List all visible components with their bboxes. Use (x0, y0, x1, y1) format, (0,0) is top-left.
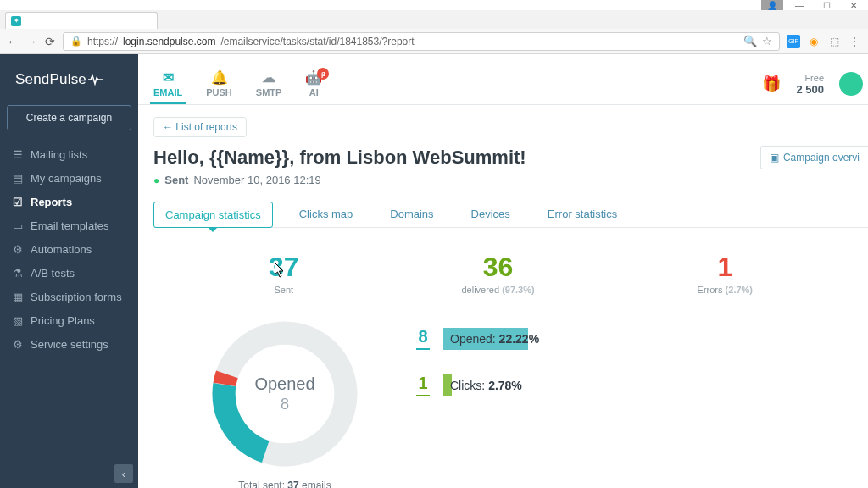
bar-opened: 8 Opened: 22.22% (416, 327, 826, 350)
topnav-label: AI (309, 87, 319, 97)
url-scheme: https:// (87, 36, 118, 47)
sidebar-item-automations[interactable]: ⚙Automations (0, 237, 138, 261)
balance-value: 2 500 (796, 83, 824, 96)
pricing-icon: ▧ (12, 314, 24, 327)
sidebar-item-label: A/B tests (31, 267, 75, 280)
gift-icon[interactable]: 🎁 (762, 75, 781, 93)
bar-count: 8 (416, 327, 430, 350)
summary-stats: 37 Sent 36 delivered (97.3%) 1 Errors (2… (153, 228, 868, 305)
back-button[interactable]: ← (7, 36, 19, 47)
window-maximize[interactable]: ☐ (815, 0, 837, 10)
lock-icon: 🔒 (70, 36, 82, 47)
sent-time: November 10, 2016 12:19 (193, 174, 320, 186)
overview-link-text: Campaign overvi (783, 152, 860, 164)
stat-pct: (2.7%) (726, 285, 753, 295)
window-close[interactable]: ✕ (843, 0, 865, 10)
favicon-icon: ✦ (11, 16, 21, 26)
sidebar-item-label: Automations (31, 243, 92, 256)
balance-label: Free (796, 73, 824, 83)
email-icon: ✉ (163, 69, 174, 85)
stat-pct: (97.3%) (502, 285, 535, 295)
sent-status: ● Sent November 10, 2016 12:19 (153, 174, 868, 186)
tab-clicks-map[interactable]: Clicks map (288, 202, 364, 228)
sidebar-item-label: Subscription forms (31, 291, 122, 303)
sidebar-item-my-campaigns[interactable]: ▤My campaigns (0, 166, 138, 190)
avatar[interactable] (839, 72, 863, 96)
bar-count: 1 (416, 374, 430, 396)
windows-user-icon[interactable]: 👤 (761, 0, 783, 10)
sidebar-item-reports[interactable]: ☑Reports (0, 190, 138, 214)
chrome-menu-icon[interactable]: ⋮ (848, 35, 861, 48)
extension-icons: GIF ◉ ⬚ ⋮ (787, 35, 861, 48)
sidebar-item-subscription-forms[interactable]: ▦Subscription forms (0, 285, 138, 308)
settings-icon: ⚙ (12, 338, 24, 351)
donut-center-value: 8 (254, 396, 314, 413)
bar-clicks: 1 Clicks: 2.78% (416, 374, 826, 396)
stat-label: Sent (269, 285, 299, 295)
tab-campaign-statistics[interactable]: Campaign statistics (153, 202, 273, 228)
stat-delivered: 36 delivered (97.3%) (461, 252, 534, 295)
report-icon: ☑ (12, 196, 24, 208)
bookmark-star-icon[interactable]: ☆ (762, 35, 772, 47)
stat-value: 1 (698, 252, 753, 283)
extension-icon[interactable]: ⬚ (827, 35, 841, 48)
tab-ai[interactable]: 🤖 β AI (305, 69, 322, 104)
window-minimize[interactable]: — (788, 0, 810, 10)
donut-center-label: Opened (254, 374, 314, 394)
report-tabs: Campaign statistics Clicks map Domains D… (153, 202, 868, 228)
preview-icon: ▣ (770, 152, 779, 164)
create-campaign-button[interactable]: Create a campaign (7, 105, 131, 130)
topnav-label: EMAIL (153, 87, 182, 97)
stat-sent: 37 Sent (269, 252, 299, 295)
donut-chart: Opened 8 Total sent: 37 emails (204, 313, 365, 488)
main-content: ✉ EMAIL 🔔 PUSH ☁ SMTP 🤖 β AI 🎁 Free 2 50 (138, 54, 868, 488)
sidebar-collapse-button[interactable]: ‹ (114, 464, 133, 483)
balance[interactable]: Free 2 500 (796, 73, 824, 96)
sidebar-item-label: My campaigns (31, 172, 102, 185)
forward-button[interactable]: → (25, 36, 37, 47)
bar-pct: 2.78% (488, 379, 522, 392)
reload-button[interactable]: ⟳ (44, 36, 56, 47)
extension-icon[interactable]: GIF (787, 35, 800, 48)
form-icon: ▦ (12, 291, 24, 303)
sidebar-item-service-settings[interactable]: ⚙Service settings (0, 332, 138, 356)
sidebar-item-mailing-lists[interactable]: ☰Mailing lists (0, 142, 138, 166)
bar-pct: 22.22% (499, 332, 539, 346)
search-in-page-icon[interactable]: 🔍 (743, 35, 757, 47)
url-host: login.sendpulse.com (123, 36, 215, 47)
stat-value: 36 (461, 252, 534, 283)
sidebar-item-label: Email templates (31, 219, 108, 232)
stat-value: 37 (269, 252, 299, 283)
extension-icon[interactable]: ◉ (807, 35, 821, 48)
stat-label: delivered (461, 285, 499, 295)
tab-smtp[interactable]: ☁ SMTP (256, 69, 282, 104)
sidebar-item-label: Service settings (31, 338, 108, 351)
tab-domains[interactable]: Domains (379, 202, 444, 228)
sidebar-item-label: Pricing Plans (31, 314, 95, 327)
address-bar[interactable]: 🔒 https://login.sendpulse.com/emailservi… (63, 32, 780, 51)
check-icon: ● (153, 175, 159, 186)
tab-email[interactable]: ✉ EMAIL (153, 69, 182, 104)
bar-label-text: Opened: (450, 332, 499, 346)
stat-errors: 1 Errors (2.7%) (698, 252, 753, 295)
breadcrumb[interactable]: ← List of reports (153, 117, 247, 137)
engagement-bars: 8 Opened: 22.22% 1 Clicks: 2.78% (416, 313, 826, 420)
sidebar-item-ab-tests[interactable]: ⚗A/B tests (0, 261, 138, 285)
tab-push[interactable]: 🔔 PUSH (206, 69, 232, 104)
stat-label: Errors (698, 285, 723, 295)
campaign-overview-link[interactable]: ▣ Campaign overvi (760, 146, 868, 169)
brand-text: SendPulse (15, 71, 86, 88)
brand-logo[interactable]: SendPulse (0, 54, 138, 105)
sidebar-item-email-templates[interactable]: ▭Email templates (0, 214, 138, 237)
cloud-icon: ☁ (262, 69, 275, 85)
browser-tab[interactable]: ✦ (5, 12, 158, 29)
sidebar-item-pricing-plans[interactable]: ▧Pricing Plans (0, 308, 138, 332)
sidebar: SendPulse Create a campaign ☰Mailing lis… (0, 54, 138, 488)
sent-label: Sent (164, 174, 188, 186)
window-titlebar: 👤 — ☐ ✕ (0, 0, 868, 10)
topnav-label: PUSH (206, 87, 232, 97)
flask-icon: ⚗ (12, 267, 24, 280)
tab-error-statistics[interactable]: Error statistics (537, 202, 628, 228)
tab-devices[interactable]: Devices (460, 202, 521, 228)
topnav-label: SMTP (256, 87, 282, 97)
